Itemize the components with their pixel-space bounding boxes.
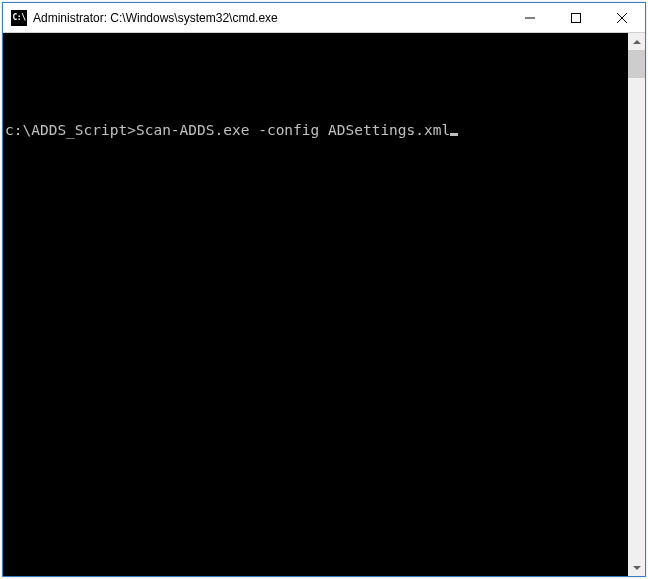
console-area[interactable]: c:\ADDS_Script>Scan-ADDS.exe -config ADS… bbox=[3, 33, 628, 576]
console-wrap: c:\ADDS_Script>Scan-ADDS.exe -config ADS… bbox=[3, 33, 645, 576]
cursor-icon bbox=[450, 133, 458, 136]
window-controls bbox=[507, 3, 645, 32]
chevron-up-icon bbox=[633, 40, 641, 44]
titlebar[interactable]: C:\ Administrator: C:\Windows\system32\c… bbox=[3, 3, 645, 33]
scroll-up-button[interactable] bbox=[628, 33, 645, 50]
cmd-icon: C:\ bbox=[11, 10, 27, 26]
command-text: Scan-ADDS.exe -config ADSettings.xml bbox=[136, 122, 450, 138]
maximize-button[interactable] bbox=[553, 3, 599, 32]
vertical-scrollbar[interactable] bbox=[628, 33, 645, 576]
close-button[interactable] bbox=[599, 3, 645, 32]
scroll-track[interactable] bbox=[628, 50, 645, 559]
prompt-text: c:\ADDS_Script> bbox=[5, 122, 136, 138]
cmd-window: C:\ Administrator: C:\Windows\system32\c… bbox=[2, 2, 646, 577]
svg-rect-1 bbox=[572, 13, 581, 22]
scroll-thumb[interactable] bbox=[628, 50, 645, 78]
prompt-line: c:\ADDS_Script>Scan-ADDS.exe -config ADS… bbox=[3, 120, 628, 139]
window-title: Administrator: C:\Windows\system32\cmd.e… bbox=[33, 11, 507, 25]
scroll-down-button[interactable] bbox=[628, 559, 645, 576]
chevron-down-icon bbox=[633, 566, 641, 570]
blank-line bbox=[3, 67, 628, 86]
minimize-button[interactable] bbox=[507, 3, 553, 32]
